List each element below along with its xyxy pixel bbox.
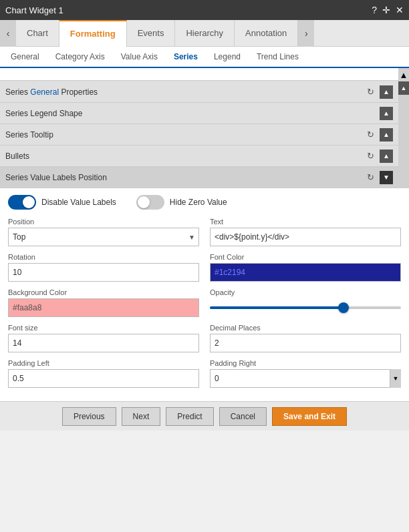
section-bullets[interactable]: Bullets ↻ ▲ (0, 146, 398, 167)
sections-scroll-up-btn[interactable]: ▲ (398, 81, 409, 95)
section-series-value-labels[interactable]: Series Value Labels Position ↻ ▼ (0, 167, 398, 188)
opacity-slider[interactable] (210, 298, 401, 317)
form-group-decimal: Decimal Places (210, 324, 401, 352)
sections-scrollbar[interactable]: ▲ (398, 81, 409, 188)
padding-left-label: Padding Left (8, 359, 199, 367)
next-button[interactable]: Next (122, 407, 161, 426)
opacity-label: Opacity (210, 288, 401, 296)
decimal-input[interactable] (210, 334, 401, 352)
padding-right-label: Padding Right (210, 359, 401, 367)
hide-zero-value-toggle[interactable] (136, 195, 164, 210)
tab-hierarchy[interactable]: Hierarchy (175, 20, 235, 47)
position-label: Position (8, 218, 199, 226)
form-group-text: Text (210, 218, 401, 246)
collapse-series-legend-btn[interactable]: ▲ (380, 107, 393, 120)
rotation-input[interactable] (8, 263, 199, 282)
position-select-wrapper: Top Bottom Left Right ▼ (8, 228, 199, 246)
collapse-bullets-btn[interactable]: ▲ (380, 150, 393, 163)
rotation-label: Rotation (8, 253, 199, 261)
sub-tab-bar: General Category Axis Value Axis Series … (0, 47, 409, 68)
sub-tab-legend[interactable]: Legend (206, 46, 249, 67)
form-group-padding-left: Padding Left (8, 359, 199, 388)
fontsize-input[interactable] (8, 334, 199, 352)
sub-tab-value-axis[interactable]: Value Axis (113, 46, 166, 67)
refresh-bullets-btn[interactable]: ↻ (364, 150, 377, 163)
expand-icon[interactable]: ✛ (382, 5, 390, 15)
decimal-label: Decimal Places (210, 324, 401, 332)
padding-right-input[interactable] (210, 369, 390, 388)
sub-tab-general[interactable]: General (3, 46, 47, 67)
form-row-bgcolor-opacity: Background Color Opacity (8, 288, 401, 317)
tab-annotation[interactable]: Annotation (235, 20, 298, 47)
form-row-position-text: Position Top Bottom Left Right ▼ Text (8, 218, 401, 246)
sections-wrapper: Series General Properties ↻ ▲ Series Leg… (0, 81, 409, 188)
form-group-padding-right: Padding Right ▼ (210, 359, 401, 388)
cancel-button[interactable]: Cancel (219, 407, 267, 426)
disable-value-labels-group: Disable Value Labels (8, 195, 116, 210)
title-bar: Chart Widget 1 ? ✛ ✕ (0, 0, 409, 20)
form-group-fontcolor: Font Color (210, 253, 401, 282)
form-group-bgcolor: Background Color (8, 288, 199, 317)
refresh-series-general-btn[interactable]: ↻ (364, 85, 377, 99)
tab-chart[interactable]: Chart (16, 20, 59, 47)
form-row-fontsize-decimal: Font size Decimal Places (8, 324, 401, 352)
toggle-row: Disable Value Labels Hide Zero Value (8, 195, 401, 210)
window-title: Chart Widget 1 (5, 5, 372, 15)
position-select[interactable]: Top Bottom Left Right (8, 228, 199, 246)
form-group-opacity: Opacity (210, 288, 401, 317)
bgcolor-input[interactable] (8, 298, 199, 317)
padding-right-wrapper: ▼ (210, 369, 401, 388)
padding-left-input[interactable] (8, 369, 199, 388)
text-input[interactable] (210, 228, 401, 246)
collapse-series-tooltip-btn[interactable]: ▲ (380, 128, 393, 142)
fontcolor-input[interactable] (210, 263, 401, 282)
sub-tab-category-axis[interactable]: Category Axis (47, 46, 113, 67)
disable-value-labels-toggle[interactable] (8, 195, 36, 210)
tab-next-btn[interactable]: › (298, 20, 314, 47)
tab-events[interactable]: Events (127, 20, 176, 47)
window-controls: ? ✛ ✕ (372, 5, 404, 15)
predict-button[interactable]: Predict (166, 407, 213, 426)
save-exit-button[interactable]: Save and Exit (272, 407, 347, 426)
refresh-value-labels-btn[interactable]: ↻ (364, 171, 377, 184)
opacity-slider-fill (210, 306, 344, 309)
collapse-series-general-btn[interactable]: ▲ (380, 85, 393, 99)
fontcolor-label: Font Color (210, 253, 401, 261)
form-group-position: Position Top Bottom Left Right ▼ (8, 218, 199, 246)
padding-right-scroll-btn[interactable]: ▼ (390, 369, 401, 388)
form-group-rotation: Rotation (8, 253, 199, 282)
disable-value-labels-label: Disable Value Labels (41, 198, 116, 207)
tab-formatting[interactable]: Formatting (59, 20, 127, 47)
refresh-series-tooltip-btn[interactable]: ↻ (364, 128, 377, 142)
sections-content: Series General Properties ↻ ▲ Series Leg… (0, 81, 398, 188)
tab-prev-btn[interactable]: ‹ (0, 20, 16, 47)
help-icon[interactable]: ? (372, 5, 377, 15)
bgcolor-label: Background Color (8, 288, 199, 296)
fontsize-label: Font size (8, 324, 199, 332)
close-icon[interactable]: ✕ (396, 5, 404, 15)
tab-bar: ‹ Chart Formatting Events Hierarchy Anno… (0, 20, 409, 47)
form-row-rotation-fontcolor: Rotation Font Color (8, 253, 401, 282)
section-series-general[interactable]: Series General Properties ↻ ▲ (0, 81, 398, 103)
opacity-slider-thumb[interactable] (338, 302, 349, 313)
form-row-padding: Padding Left Padding Right ▼ (8, 359, 401, 388)
section-series-legend[interactable]: Series Legend Shape ▲ (0, 103, 398, 124)
form-area: Disable Value Labels Hide Zero Value Pos… (0, 188, 409, 401)
opacity-slider-track (210, 306, 401, 309)
hide-zero-value-group: Hide Zero Value (136, 195, 227, 210)
sub-tab-trend-lines[interactable]: Trend Lines (249, 46, 307, 67)
bottom-bar: Previous Next Predict Cancel Save and Ex… (0, 401, 409, 431)
collapse-value-labels-btn[interactable]: ▼ (380, 171, 393, 184)
text-label: Text (210, 218, 401, 226)
scroll-up-indicator[interactable]: ▲ (398, 68, 409, 81)
scroll-hint-area: ▲ (0, 68, 409, 81)
section-series-tooltip[interactable]: Series Tooltip ↻ ▲ (0, 124, 398, 146)
hide-zero-value-label: Hide Zero Value (170, 198, 227, 207)
previous-button[interactable]: Previous (62, 407, 116, 426)
form-group-fontsize: Font size (8, 324, 199, 352)
sub-tab-series[interactable]: Series (166, 47, 206, 68)
